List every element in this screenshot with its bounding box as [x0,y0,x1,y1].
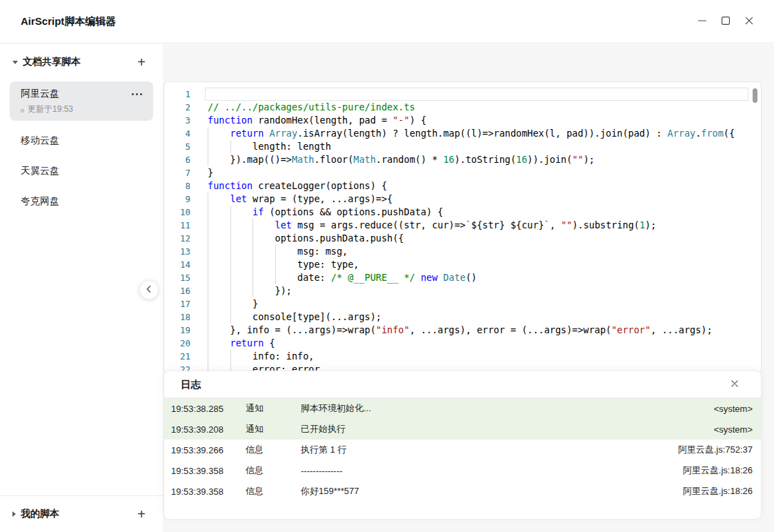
log-time: 19:53:39.358 [171,486,246,497]
chevron-right-icon[interactable] [12,511,16,517]
code-line[interactable]: 15 date: /* @__PURE__ */ new Date() [164,271,761,284]
active-line-highlight [205,88,748,101]
code-line[interactable]: 9 let wrap = (type, ...args)=>{ [164,193,761,206]
log-source: 阿里云盘.js:752:37 [678,444,753,456]
code-line[interactable]: 3function randomHex(length, pad = "-") { [164,114,761,127]
code-line[interactable]: 6 }).map(()=>Math.floor(Math.random() * … [164,153,761,166]
code-line-text: } [208,166,213,179]
line-number: 21 [164,350,190,363]
app-window: AirScript脚本编辑器 文档共享脚本 + 阿里云盘更新于19:53移动云盘… [0,0,774,532]
maximize-button[interactable] [716,12,735,31]
log-message: 你好159***577 [301,485,683,497]
sidebar-item[interactable]: 夸克网盘 [0,186,163,217]
add-my-script-button[interactable]: + [132,505,150,523]
code-line-text: return Array.isArray(length) ? length.ma… [208,127,735,140]
code-line[interactable]: 21 info: info, [164,350,761,363]
log-time: 19:53:39.358 [171,466,246,476]
code-line[interactable]: 10 if (options && options.pushData) { [164,206,761,219]
code-line[interactable]: 12 options.pushData.push({ [164,232,761,245]
line-number: 14 [164,258,190,271]
code-line[interactable]: 8function createLogger(options) { [164,179,761,193]
code-line[interactable]: 13 msg: msg, [164,245,761,258]
log-type: 信息 [246,444,301,456]
code-line[interactable]: 16 }); [164,284,761,297]
line-number: 2 [164,101,190,114]
line-number: 15 [164,271,190,284]
shared-scripts-header: 文档共享脚本 + [0,48,163,76]
line-number: 9 [164,193,190,206]
log-source: <system> [714,404,753,414]
log-message: 脚本环境初始化... [301,402,714,415]
sidebar-item[interactable]: 移动云盘 [0,126,163,156]
my-scripts-label: 我的脚本 [21,508,132,520]
log-type: 通知 [246,402,301,415]
chevron-down-icon[interactable] [12,61,18,64]
code-line[interactable]: 5 length: length [164,140,761,153]
shared-scripts-label: 文档共享脚本 [23,56,132,68]
log-row: 19:53:39.266信息执行第 1 行阿里云盘.js:752:37 [164,440,761,460]
code-line-text: date: /* @__PURE__ */ new Date() [208,271,477,284]
code-line-text: function randomHex(length, pad = "-") { [208,114,426,127]
code-line[interactable]: 2// ../../packages/utils-pure/index.ts [164,101,761,114]
code-line-text: if (options && options.pushData) { [208,206,443,219]
script-item-subtitle: 更新于19:53 [21,104,143,115]
code-line-text: info: info, [208,350,314,363]
window-controls [693,12,759,31]
close-log-button[interactable] [726,376,743,393]
log-panel-title: 日志 [181,378,726,391]
line-number: 7 [164,166,190,179]
code-line-text: return { [208,337,275,350]
code-line[interactable]: 17 } [164,297,761,311]
line-number: 17 [164,297,190,311]
code-line-text: }, info = (...args)=>wrap("info", ...arg… [208,324,713,337]
code-line-text: type: type, [208,258,359,271]
minus-icon [696,14,708,29]
sidebar-item[interactable]: 天翼云盘 [0,156,163,186]
more-options-button[interactable] [130,90,143,98]
add-shared-script-button[interactable]: + [132,53,150,71]
log-source: 阿里云盘.js:18:26 [683,464,753,477]
sidebar-item-selected[interactable]: 阿里云盘更新于19:53 [10,81,153,121]
line-number: 5 [164,140,190,153]
collapse-sidebar-button[interactable] [139,280,159,299]
code-line[interactable]: 19 }, info = (...args)=>wrap("info", ...… [164,324,761,337]
log-time: 19:53:38.285 [171,404,246,414]
log-source: 阿里云盘.js:18:26 [683,485,753,497]
sidebar-items: 移动云盘天翼云盘夸克网盘 [0,126,163,217]
minimize-button[interactable] [693,12,712,31]
code-line-text: }); [208,284,292,297]
log-row: 19:53:38.285通知脚本环境初始化...<system> [164,398,761,419]
line-number: 20 [164,337,190,350]
line-number: 19 [164,324,190,337]
log-source: <system> [714,424,753,435]
code-line[interactable]: 7} [164,166,761,179]
log-time: 19:53:39.208 [171,424,246,435]
log-message: 已开始执行 [301,423,714,435]
log-message: 执行第 1 行 [301,444,678,456]
code-line-text: function createLogger(options) { [208,179,387,193]
close-icon [729,378,740,391]
log-row: 19:53:39.208通知已开始执行<system> [164,419,761,440]
code-line[interactable]: 18 console[type](...args); [164,311,761,324]
close-button[interactable] [740,12,759,31]
code-line[interactable]: 20 return { [164,337,761,350]
code-line-text: console[type](...args); [208,311,381,324]
log-type: 信息 [246,485,301,497]
code-line[interactable]: 11 let msg = args.reduce((str, cur)=>`${… [164,219,761,232]
code-line-text: } [208,297,258,311]
code-line[interactable]: 14 type: type, [164,258,761,271]
log-row: 19:53:39.358信息你好159***577阿里云盘.js:18:26 [164,481,761,502]
editor-scrollbar-thumb[interactable] [753,88,757,103]
maximize-icon [720,14,732,29]
log-panel-header: 日志 [164,371,761,398]
my-scripts-section: 我的脚本 + [0,495,163,532]
line-number: 8 [164,179,190,193]
line-number: 16 [164,284,190,297]
line-number: 4 [164,127,190,140]
code-line-text: let wrap = (type, ...args)=>{ [208,193,393,206]
code-editor[interactable]: 12// ../../packages/utils-pure/index.ts3… [163,81,762,374]
code-line[interactable]: 1 [164,88,761,101]
code-line[interactable]: 4 return Array.isArray(length) ? length.… [164,127,761,140]
code-line-text: options.pushData.push({ [208,232,404,245]
line-number: 1 [164,88,190,101]
